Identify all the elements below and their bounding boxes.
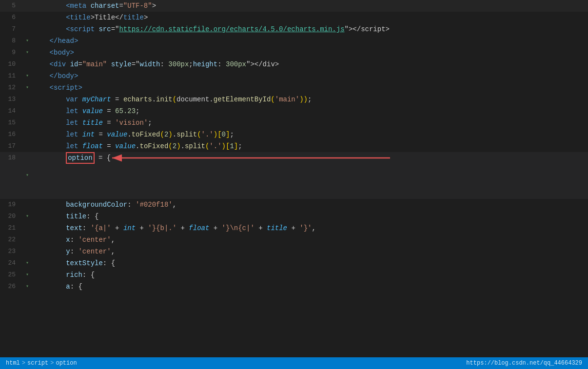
fold-gutter-16 (23, 129, 31, 140)
line-number-11: 11 (0, 70, 23, 82)
fold-gutter-10 (23, 58, 31, 70)
code-line-17: 17 let float = value.toFixed(2).split('.… (0, 140, 588, 152)
editor-container: 5 <meta charset="UTF-8"> 6 <title>Title<… (0, 0, 588, 369)
fold-gutter-14 (23, 105, 31, 117)
fold-gutter-11: ▾ (23, 70, 31, 82)
line-number-6: 6 (0, 12, 23, 23)
code-content-7: <script src="https://cdn.staticfile.org/… (31, 23, 588, 35)
fold-gutter-22 (23, 234, 31, 246)
line-number-12: 12 (0, 82, 23, 94)
code-line-22: 22 x: 'center', (0, 234, 588, 246)
line-number-24: 24 (0, 257, 23, 269)
code-line-12: 12 ▾ <script> (0, 82, 588, 94)
line-number-20: 20 (0, 211, 23, 222)
line-number-8: 8 (0, 35, 23, 47)
code-content-24: textStyle: { (31, 257, 588, 269)
line-number-22: 22 (0, 234, 23, 246)
code-line-23: 23 y: 'center', (0, 246, 588, 257)
code-content-26: a: { (31, 281, 588, 292)
code-line-20: 20 ▾ title: { (0, 211, 588, 222)
code-content-9: <body> (31, 47, 588, 58)
line-number-21: 21 (0, 222, 23, 234)
breadcrumb-sep-2: > (50, 360, 54, 367)
code-content-5: <meta charset="UTF-8"> (31, 0, 588, 12)
breadcrumb-sep-1: > (22, 360, 25, 367)
code-line-16: 16 let int = value.toFixed(2).split('.')… (0, 129, 588, 140)
code-content-25: rich: { (31, 269, 588, 281)
fold-gutter-9: ▾ (23, 47, 31, 58)
code-area: 5 <meta charset="UTF-8"> 6 <title>Title<… (0, 0, 588, 357)
fold-gutter-24: ▾ (23, 257, 31, 269)
line-number-18: 18 (0, 152, 23, 199)
fold-gutter-23 (23, 246, 31, 257)
arrow-annotation (107, 153, 400, 163)
line-number-10: 10 (0, 58, 23, 70)
line-number-26: 26 (0, 281, 23, 292)
code-content-13: var myChart = echarts.init(document.getE… (31, 94, 588, 105)
code-line-13: 13 var myChart = echarts.init(document.g… (0, 94, 588, 105)
line-number-14: 14 (0, 105, 23, 117)
code-line-24: 24 ▾ textStyle: { (0, 257, 588, 269)
code-content-8: </head> (31, 35, 588, 47)
fold-gutter-20: ▾ (23, 211, 31, 222)
code-line-25: 25 ▾ rich: { (0, 269, 588, 281)
code-line-18: 18 ▾ option = { (0, 152, 588, 199)
code-content-18: option = { (31, 152, 588, 199)
fold-gutter-21 (23, 222, 31, 234)
line-number-19: 19 (0, 199, 23, 211)
code-line-26: 26 ▾ a: { (0, 281, 588, 292)
fold-gutter-26: ▾ (23, 281, 31, 292)
code-content-20: title: { (31, 211, 588, 222)
code-line-6: 6 <title>Title</title> (0, 12, 588, 23)
code-line-11: 11 ▾ </body> (0, 70, 588, 82)
fold-gutter-25: ▾ (23, 269, 31, 281)
fold-gutter-19 (23, 199, 31, 211)
code-content-19: backgroundColor: '#020f18', (31, 199, 588, 211)
code-content-10: <div id="main" style="width: 300px;heigh… (31, 58, 588, 70)
code-content-12: <script> (31, 82, 588, 94)
code-content-22: x: 'center', (31, 234, 588, 246)
fold-gutter-15 (23, 117, 31, 129)
code-line-15: 15 let title = 'vision'; (0, 117, 588, 129)
fold-gutter-5 (23, 0, 31, 12)
fold-gutter-7 (23, 23, 31, 35)
code-line-10: 10 <div id="main" style="width: 300px;he… (0, 58, 588, 70)
fold-gutter-18: ▾ (23, 152, 31, 199)
code-line-19: 19 backgroundColor: '#020f18', (0, 199, 588, 211)
line-number-5: 5 (0, 0, 23, 12)
code-content-6: <title>Title</title> (31, 12, 588, 23)
line-number-16: 16 (0, 129, 23, 140)
line-number-25: 25 (0, 269, 23, 281)
code-line-21: 21 text: '{a|' + int + '}​{b|.' + float … (0, 222, 588, 234)
code-line-8: 8 ▾ </head> (0, 35, 588, 47)
option-keyword: option (66, 152, 94, 164)
fold-gutter-12: ▾ (23, 82, 31, 94)
code-content-14: let value = 65.23; (31, 105, 588, 117)
code-line-5: 5 <meta charset="UTF-8"> (0, 0, 588, 12)
code-content-16: let int = value.toFixed(2).split('.')[0]… (31, 129, 588, 140)
code-content-23: y: 'center', (31, 246, 588, 257)
breadcrumb-option: option (56, 360, 77, 367)
line-number-23: 23 (0, 246, 23, 257)
code-line-9: 9 ▾ <body> (0, 47, 588, 58)
fold-gutter-13 (23, 94, 31, 105)
line-number-15: 15 (0, 117, 23, 129)
fold-gutter-6 (23, 12, 31, 23)
breadcrumb: html > script > option (6, 360, 77, 367)
status-right-url: https://blog.csdn.net/qq_44664329 (466, 360, 582, 367)
line-number-9: 9 (0, 47, 23, 58)
status-bar: html > script > option https://blog.csdn… (0, 357, 588, 369)
code-line-14: 14 let value = 65.23; (0, 105, 588, 117)
code-content-17: let float = value.toFixed(2).split('.')[… (31, 140, 588, 152)
line-number-17: 17 (0, 140, 23, 152)
code-content-15: let title = 'vision'; (31, 117, 588, 129)
fold-gutter-17 (23, 140, 31, 152)
code-content-21: text: '{a|' + int + '}​{b|.' + float + '… (31, 222, 588, 234)
line-number-7: 7 (0, 23, 23, 35)
breadcrumb-html: html (6, 360, 20, 367)
line-number-13: 13 (0, 94, 23, 105)
breadcrumb-script: script (27, 360, 48, 367)
code-content-11: </body> (31, 70, 588, 82)
code-line-7: 7 <script src="https://cdn.staticfile.or… (0, 23, 588, 35)
fold-gutter-8: ▾ (23, 35, 31, 47)
